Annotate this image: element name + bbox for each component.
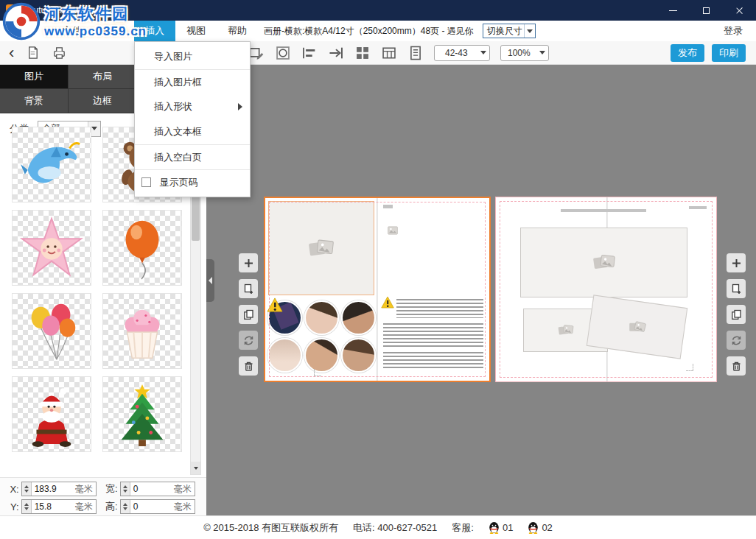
clipart-cupcake[interactable]	[102, 293, 182, 369]
text-paragraph[interactable]	[383, 323, 483, 347]
photo-placeholder-large[interactable]	[268, 201, 374, 295]
chevron-down-icon	[539, 51, 545, 54]
window-controls	[657, 0, 756, 21]
x-field[interactable]: 183.9 毫米	[21, 482, 97, 496]
document-list-icon[interactable]	[407, 45, 424, 61]
step-down-icon	[24, 490, 29, 493]
add-element-button[interactable]	[727, 253, 746, 272]
menu-edit[interactable]: 编辑	[93, 21, 134, 41]
print-document-icon[interactable]	[51, 45, 67, 61]
circle-photo-frame[interactable]	[304, 300, 339, 335]
menu-view[interactable]: 视图	[175, 21, 217, 41]
plus-icon	[731, 258, 742, 269]
maximize-button[interactable]	[690, 0, 723, 21]
y-stepper[interactable]	[22, 500, 32, 513]
tab-layout[interactable]: 布局	[69, 65, 137, 89]
x-value: 183.9	[32, 484, 75, 494]
balloon-icon	[110, 216, 175, 281]
rotate-handle[interactable]	[314, 369, 321, 376]
circle-photo-frame[interactable]	[341, 338, 376, 373]
rotate-handle[interactable]	[686, 364, 693, 371]
menu-item-insert-text-box[interactable]: 插入文本框	[135, 119, 250, 144]
text-paragraph[interactable]	[383, 352, 483, 368]
close-button[interactable]	[723, 0, 756, 21]
print-button[interactable]: 印刷	[712, 44, 746, 62]
clipart-christmas-tree[interactable]	[102, 376, 182, 452]
x-unit: 毫米	[75, 483, 96, 496]
sync-page-button[interactable]	[727, 331, 746, 350]
add-page-button[interactable]	[239, 279, 258, 298]
minimize-button[interactable]	[657, 0, 690, 21]
album-spread[interactable]	[495, 197, 717, 382]
copy-icon	[731, 309, 742, 320]
document-title: 画册-横款:横款A4/12寸（250x200mm）48页 - 遇见你	[264, 25, 474, 38]
copy-page-button[interactable]	[239, 305, 258, 324]
album-spread-selected[interactable]	[264, 197, 491, 382]
grid-view-icon[interactable]	[354, 45, 371, 61]
copy-page-button[interactable]	[727, 305, 746, 324]
circle-photo-frame[interactable]	[304, 338, 339, 373]
mask-crop-icon[interactable]	[275, 45, 291, 61]
menu-item-import-image[interactable]: 导入图片	[135, 44, 250, 69]
menu-item-insert-shape[interactable]: 插入形状	[135, 94, 250, 119]
qq-contact-1[interactable]: 01	[489, 521, 513, 534]
add-page-button[interactable]	[727, 279, 746, 298]
height-field[interactable]: 0 毫米	[120, 499, 195, 514]
width-unit: 毫米	[174, 483, 195, 496]
circle-photo-frame[interactable]	[267, 338, 302, 373]
image-edit-icon[interactable]	[248, 45, 265, 61]
position-panel: X: 183.9 毫米 宽: 0 毫米 Y: 15.8 毫米 高:	[0, 477, 206, 515]
width-field[interactable]: 0 毫米	[120, 482, 195, 496]
circle-photo-frame[interactable]	[341, 300, 376, 335]
step-down-icon	[24, 507, 29, 510]
insert-dropdown-menu: 导入图片 插入图片框 插入形状 插入文本框 插入空白页 显示页码	[134, 41, 251, 197]
clipart-santa-claus[interactable]	[12, 376, 91, 452]
menu-item-show-page-number[interactable]: 显示页码	[135, 169, 250, 194]
refresh-icon	[243, 335, 254, 346]
qq1-label: 01	[503, 522, 513, 533]
publish-button[interactable]: 发布	[671, 44, 704, 62]
scrollbar-down-button[interactable]	[191, 462, 200, 474]
height-stepper[interactable]	[121, 500, 130, 513]
copy-icon	[243, 309, 254, 320]
qq-contact-2[interactable]: 02	[528, 521, 552, 534]
back-icon[interactable]: ‹	[9, 43, 14, 63]
insert-shape-label: 插入形状	[154, 101, 192, 112]
menu-item-insert-blank-page[interactable]: 插入空白页	[135, 144, 250, 169]
add-element-button[interactable]	[239, 253, 258, 272]
menu-insert[interactable]: 插入	[134, 21, 175, 41]
sync-page-button[interactable]	[239, 331, 258, 350]
menu-item-insert-image-frame[interactable]: 插入图片框	[135, 69, 250, 94]
new-document-icon[interactable]	[24, 45, 41, 61]
tab-images[interactable]: 图片	[0, 65, 69, 89]
canvas-area[interactable]	[206, 65, 756, 515]
menu-help[interactable]: 帮助	[217, 21, 258, 41]
width-stepper[interactable]	[121, 482, 130, 496]
zoom-dropdown[interactable]: 100%	[500, 45, 549, 61]
menu-bar: 文件 编辑 插入 视图 帮助 画册-横款:横款A4/12寸（250x200mm）…	[0, 21, 756, 41]
circle-photo-grid	[266, 298, 377, 379]
chevron-left-icon	[209, 277, 212, 284]
tab-background[interactable]: 背景	[0, 89, 69, 113]
clipart-balloon[interactable]	[102, 210, 182, 286]
sidebar-collapse-handle[interactable]	[206, 259, 214, 302]
delete-page-button[interactable]	[239, 356, 258, 376]
send-to-icon[interactable]	[328, 45, 344, 61]
switch-size-dropdown[interactable]: 切换尺寸	[483, 24, 536, 38]
login-link[interactable]: 登录	[724, 24, 743, 38]
tab-border[interactable]: 边框	[69, 89, 137, 113]
x-stepper[interactable]	[22, 482, 32, 496]
delete-page-button[interactable]	[727, 356, 746, 376]
y-field[interactable]: 15.8 毫米	[21, 499, 97, 514]
clipart-pink-star[interactable]	[12, 210, 91, 286]
page-range-dropdown[interactable]: 42-43	[434, 45, 490, 61]
clipart-dolphin[interactable]	[12, 127, 91, 202]
photo-frame-placeholder[interactable]	[520, 228, 687, 297]
show-page-number-checkbox[interactable]	[141, 177, 151, 187]
clipart-balloon-bunch[interactable]	[12, 293, 91, 369]
show-page-number-label: 显示页码	[160, 177, 198, 188]
menu-file[interactable]: 文件	[52, 21, 93, 41]
align-left-icon[interactable]	[301, 45, 318, 61]
text-paragraph[interactable]	[396, 299, 483, 318]
pages-table-icon[interactable]	[381, 45, 397, 61]
